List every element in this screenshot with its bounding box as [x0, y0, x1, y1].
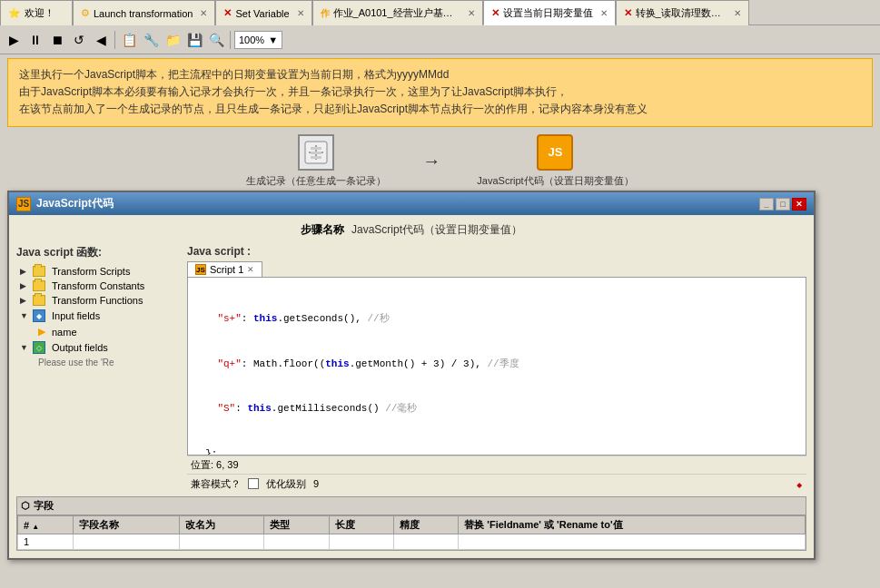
node-icon-output: ◇ [33, 341, 45, 354]
node-icon-input: ◆ [33, 309, 45, 322]
tab-transform[interactable]: ✕ 转换_读取清理数据_A01 ✕ [616, 0, 749, 25]
launch-icon: ⚙ [81, 7, 90, 19]
script-tab-bar: JS Script 1 ✕ [187, 261, 806, 277]
tree-arrow-scripts: ▶ [20, 267, 29, 276]
tree-item-input-fields[interactable]: ▼ ◆ Input fields [16, 308, 180, 324]
maximize-button[interactable]: □ [776, 198, 790, 211]
btn-3[interactable]: 📁 [163, 30, 183, 50]
tree-arrow-constants: ▶ [20, 281, 29, 290]
tab-close-setvariable[interactable]: ✕ [297, 8, 304, 18]
flow-node-generate: 生成记录（任意生成一条记录） [246, 134, 386, 188]
tree-item-transform-functions[interactable]: ▶ Transform Functions [16, 293, 180, 308]
fields-title-icon: ⬡ [21, 500, 30, 512]
btn-1[interactable]: 📋 [119, 30, 139, 50]
col-type[interactable]: 类型 [264, 516, 329, 534]
folder-icon-constants [33, 280, 45, 291]
cell-replace [459, 534, 806, 550]
code-line-4: }; [193, 446, 800, 456]
col-rename[interactable]: 改名为 [179, 516, 264, 534]
tree-item-note: Please use the 'Re [16, 356, 180, 369]
tab-close-launch[interactable]: ✕ [200, 8, 207, 18]
status-bar: 位置: 6, 39 [187, 456, 806, 474]
col-replace[interactable]: 替换 'Fieldname' 或 'Rename to'值 [459, 516, 806, 534]
cell-type [264, 534, 329, 550]
dialog-controls: _ □ ✕ [759, 198, 806, 211]
info-box: 这里执行一个JavaScript脚本，把主流程中的日期变量设置为当前日期，格式为… [7, 58, 873, 127]
tree-item-name[interactable]: ▶ name [16, 324, 180, 339]
leaf-arrow-name: ▶ [38, 326, 45, 338]
tab-close-transform[interactable]: ✕ [734, 8, 741, 18]
cell-rename [179, 534, 264, 550]
tree-arrow-output: ▼ [20, 343, 29, 352]
tree-label-name: name [52, 327, 77, 338]
close-button[interactable]: ✕ [792, 198, 806, 211]
code-editor[interactable]: "s+": this.getSeconds(), //秒 "q+": Math.… [187, 277, 806, 456]
tab-job[interactable]: 作 作业_A0101_经营业户基本信息_日_全量 ✕ [312, 0, 483, 25]
javascript-dialog: JS JavaScript代码 _ □ ✕ 步骤名称 JavaScript代码（… [7, 191, 816, 560]
tab-close-setdate[interactable]: ✕ [600, 8, 608, 18]
setdate-icon: ✕ [491, 7, 499, 19]
btn-4[interactable]: 💾 [184, 30, 204, 50]
zoom-box[interactable]: 100% ▼ [234, 31, 282, 49]
folder-icon-functions [33, 295, 45, 306]
tab-setdate[interactable]: ✕ 设置当前日期变量值 ✕ [483, 0, 616, 25]
fields-table: # ▲ 字段名称 改名为 类型 长度 精度 替换 'Fieldname' 或 '… [17, 515, 806, 550]
flow-arrow: → [422, 151, 440, 172]
job-icon: 作 [321, 7, 330, 20]
col-name[interactable]: 字段名称 [74, 516, 179, 534]
cell-num: 1 [18, 534, 74, 550]
tree-label-output: Output fields [52, 342, 108, 353]
dialog-body: Java script 函数: ▶ Transform Scripts ▶ Tr… [16, 245, 806, 493]
toolbar: ▶ ⏸ ⏹ ↺ ◀ 📋 🔧 📁 💾 🔍 100% ▼ [0, 25, 880, 54]
transform-icon: ✕ [624, 7, 632, 19]
pause-button[interactable]: ⏸ [25, 30, 45, 50]
tree-label-functions: Transform Functions [52, 295, 143, 306]
code-line-3: "S": this.getMilliseconds() //毫秒 [193, 401, 800, 416]
minimize-button[interactable]: _ [759, 198, 774, 211]
run-button[interactable]: ▶ [4, 30, 24, 50]
tree-label-constants: Transform Constants [52, 280, 144, 291]
compat-row: 兼容模式？ 优化级别 9 ⬥ [187, 474, 806, 493]
step-name-row: 步骤名称 JavaScript代码（设置日期变量值） [16, 222, 806, 238]
folder-icon-scripts [33, 266, 45, 277]
tree-item-transform-constants[interactable]: ▶ Transform Constants [16, 279, 180, 293]
code-line-2: "q+": Math.floor((this.getMonth() + 3) /… [193, 357, 800, 372]
btn-5[interactable]: 🔍 [206, 30, 226, 50]
tab-setvariable[interactable]: ✕ Set Variable ✕ [215, 0, 311, 25]
script-tab-icon: JS [195, 264, 206, 275]
dialog-title-icon: JS [16, 197, 31, 211]
fields-section: ⬡ 字段 # ▲ 字段名称 改名为 类型 长度 精度 替换 'Fieldname… [16, 496, 806, 551]
tree-arrow-functions: ▶ [20, 296, 29, 305]
tree-item-output-fields[interactable]: ▼ ◇ Output fields [16, 339, 180, 356]
note-text: Please use the 'Re [38, 358, 114, 368]
tree-label-scripts: Transform Scripts [52, 266, 130, 277]
warn-icon: ⬥ [796, 476, 803, 491]
stop-button[interactable]: ⏹ [47, 30, 67, 50]
col-length[interactable]: 长度 [329, 516, 393, 534]
compat-checkbox[interactable] [248, 478, 259, 489]
table-row: 1 [18, 534, 806, 550]
code-content: "s+": this.getSeconds(), //秒 "q+": Math.… [188, 278, 806, 455]
tab-launch[interactable]: ⚙ Launch transformation ✕ [73, 0, 215, 25]
btn-2[interactable]: 🔧 [141, 30, 161, 50]
svg-rect-4 [311, 152, 321, 154]
back-button[interactable]: ◀ [91, 30, 111, 50]
generate-icon [298, 134, 334, 171]
col-precision[interactable]: 精度 [393, 516, 458, 534]
zoom-dropdown-icon[interactable]: ▼ [268, 34, 278, 45]
cell-name [74, 534, 179, 550]
separator-2 [230, 31, 231, 49]
script-tab-1[interactable]: JS Script 1 ✕ [187, 261, 262, 277]
tab-welcome[interactable]: ⭐ 欢迎！ [0, 0, 73, 25]
right-panel: Java script : JS Script 1 ✕ "s+": this.g… [187, 245, 806, 493]
refresh-button[interactable]: ↺ [69, 30, 89, 50]
cell-precision [393, 534, 458, 550]
tab-close-job[interactable]: ✕ [468, 8, 475, 18]
script-tab-close[interactable]: ✕ [247, 265, 254, 274]
left-panel: Java script 函数: ▶ Transform Scripts ▶ Tr… [16, 245, 180, 493]
col-num[interactable]: # ▲ [18, 516, 74, 534]
tree-item-transform-scripts[interactable]: ▶ Transform Scripts [16, 264, 180, 279]
setvariable-icon: ✕ [223, 7, 232, 19]
code-line-1: "s+": this.getSeconds(), //秒 [193, 311, 800, 327]
table-header-row: # ▲ 字段名称 改名为 类型 长度 精度 替换 'Fieldname' 或 '… [18, 516, 806, 534]
